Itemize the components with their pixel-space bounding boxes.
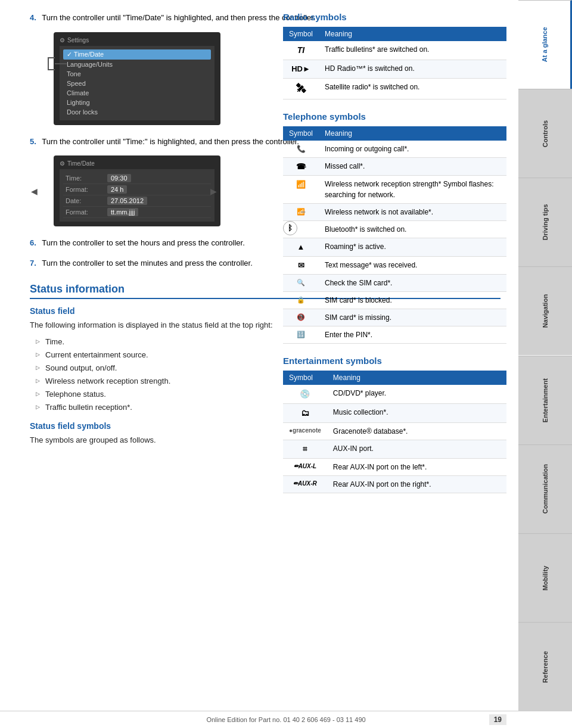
nav-arrow-right: ▶ [210, 186, 217, 196]
menu-lighting: Lighting [63, 98, 211, 107]
radio-sym-hd: HD► [283, 60, 319, 79]
entertainment-symbols-table: Symbol Meaning 💿 CD/DVD* player. 🗂 Music… [283, 371, 506, 493]
form-format2: Format: tt.mm.jjjj [63, 207, 211, 218]
tel-meaning-signal: Wireless network reception strength* Sym… [319, 176, 506, 204]
table-row: ●gracenote Gracenote® database*. [283, 423, 506, 440]
table-row: HD► HD Radio™* is switched on. [283, 60, 506, 79]
step-number-4: 4. [30, 13, 36, 22]
table-row: TI Traffic bulletins* are switched on. [283, 41, 506, 60]
radio-meaning-sat: Satellite radio* is switched on. [319, 78, 506, 99]
tel-sym-sim-missing: 📵 [283, 309, 319, 326]
radio-sym-ti: TI [283, 41, 319, 60]
tel-sym-sim-check: 🔍 [283, 275, 319, 292]
tel-meaning-call: Incoming or outgoing call*. [319, 141, 506, 158]
step-number-7: 7. [30, 259, 36, 267]
tel-meaning-nosignal: Wireless network is not available*. [319, 204, 506, 221]
sidebar-tab-reference[interactable]: Reference [518, 622, 572, 711]
telephone-symbols-table: Symbol Meaning 📞 Incoming or outgoing ca… [283, 126, 506, 344]
ent-sym-aux-l: ✏AUX-L [283, 458, 327, 475]
sidebar-tab-controls[interactable]: Controls [518, 89, 572, 178]
ent-meaning-aux-l: Rear AUX-IN port on the left*. [327, 458, 506, 475]
screen2-header: ⚙ Time/Date [60, 160, 214, 167]
entertainment-symbols-title: Entertainment symbols [283, 356, 506, 366]
table-row: ▲ Roaming* is active. [283, 238, 506, 257]
radio-sym-sat: 🛰 [283, 78, 319, 99]
tel-meaning-pin: Enter the PIN*. [319, 326, 506, 344]
ent-meaning-dvd: CD/DVD* player. [327, 385, 506, 404]
radio-col-meaning: Meaning [319, 27, 506, 41]
ent-meaning-grace: Gracenote® database*. [327, 423, 506, 440]
table-row: ⌗ AUX-IN port. [283, 440, 506, 459]
tel-meaning-sim-missing: SIM card* is missing. [319, 309, 506, 326]
tel-sym-bt: ᛒ [283, 221, 297, 235]
tel-meaning-missed: Missed call*. [319, 157, 506, 176]
table-row: 📶 Wireless network reception strength* S… [283, 176, 506, 204]
step-number-6: 6. [30, 238, 36, 247]
nav-arrow-left: ◀ [31, 186, 38, 196]
ent-col-symbol: Symbol [283, 371, 327, 385]
screen1-header: ⚙ Settings [60, 37, 214, 43]
table-row: 🗂 Music collection*. [283, 404, 506, 423]
menu-time-date: ✓ Time/Date [63, 49, 211, 60]
screen1: ⚙ Settings ✓ Time/Date Language/Units To… [54, 32, 220, 125]
table-row: 🔒 SIM card* is blocked. [283, 292, 506, 309]
table-row: ✏AUX-R Rear AUX-IN port on the right*. [283, 475, 506, 493]
sidebar-tab-mobility[interactable]: Mobility [518, 533, 572, 622]
page-number: 19 [489, 714, 506, 725]
telephone-symbols-title: Telephone symbols [283, 111, 506, 122]
tel-meaning-bt: Bluetooth* is switched on. [319, 221, 506, 238]
tel-sym-pin: 🔢 [283, 326, 319, 344]
table-row: 📵 SIM card* is missing. [283, 309, 506, 326]
tel-sym-nosignal: 📶̶ [283, 204, 319, 221]
step-number-5: 5. [30, 137, 36, 146]
table-row: ✉ Text message* was received. [283, 256, 506, 275]
sidebar-tab-entertainment[interactable]: Entertainment [518, 356, 572, 444]
sidebar-tab-navigation[interactable]: Navigation [518, 266, 572, 355]
sidebar-tab-driving-tips[interactable]: Driving tips [518, 178, 572, 266]
radio-meaning-ti: Traffic bulletins* are switched on. [319, 41, 506, 60]
sidebar-tab-at-a-glance[interactable]: At a glance [518, 0, 572, 89]
tel-meaning-sim-check: Check the SIM card*. [319, 275, 506, 292]
tel-col-symbol: Symbol [283, 126, 319, 141]
table-row: 🔢 Enter the PIN*. [283, 326, 506, 344]
tel-sym-signal: 📶 [283, 176, 319, 204]
screen2-container: ⚙ Time/Date Time: 09:30 Format: 24 h Dat… [42, 155, 209, 226]
table-row: 🛰 Satellite radio* is switched on. [283, 78, 506, 99]
step-text-4: Turn the controller until "Time/Date" is… [42, 13, 315, 22]
ent-sym-aux: ⌗ [283, 440, 327, 459]
radio-col-symbol: Symbol [283, 27, 319, 41]
form-format1: Format: 24 h [63, 184, 211, 195]
table-row: 📞 Incoming or outgoing call*. [283, 141, 506, 158]
menu-tone: Tone [63, 69, 211, 79]
ent-meaning-aux: AUX-IN port. [327, 440, 506, 459]
tel-col-meaning: Meaning [319, 126, 506, 141]
tel-meaning-roam: Roaming* is active. [319, 238, 506, 257]
sidebar-tab-communication[interactable]: Communication [518, 444, 572, 533]
menu-speed: Speed [63, 79, 211, 88]
ent-sym-aux-r: ✏AUX-R [283, 475, 327, 493]
table-row: ☎̶ Missed call*. [283, 157, 506, 176]
table-row: 💿 CD/DVD* player. [283, 385, 506, 404]
bracket-annotation [48, 57, 55, 70]
step-text-6: Turn the controller to set the hours and… [42, 238, 245, 247]
menu-climate: Climate [63, 88, 211, 98]
menu-doorlocks: Door locks [63, 107, 211, 117]
radio-symbols-table: Symbol Meaning TI Traffic bulletins* are… [283, 27, 506, 99]
table-row: 🔍 Check the SIM card*. [283, 275, 506, 292]
ent-col-meaning: Meaning [327, 371, 506, 385]
step-text-7: Turn the controller to set the minutes a… [42, 259, 253, 267]
screen1-container: ⚙ Settings ✓ Time/Date Language/Units To… [42, 32, 197, 125]
screen2: ⚙ Time/Date Time: 09:30 Format: 24 h Dat… [54, 155, 220, 226]
ent-sym-music: 🗂 [283, 404, 327, 423]
tel-sym-missed: ☎̶ [283, 157, 319, 176]
right-tables-area: Radio symbols Symbol Meaning TI Traffic … [277, 0, 512, 517]
table-row: ᛒ Bluetooth* is switched on. [283, 221, 506, 238]
ent-meaning-aux-r: Rear AUX-IN port on the right*. [327, 475, 506, 493]
step-text-5: Turn the controller until "Time:" is hig… [42, 137, 299, 146]
tel-sym-call: 📞 [283, 141, 319, 158]
menu-language: Language/Units [63, 60, 211, 69]
tel-meaning-sim-block: SIM card* is blocked. [319, 292, 506, 309]
bracket-line [55, 63, 67, 64]
tel-sym-roam: ▲ [283, 238, 319, 257]
footer-text: Online Edition for Part no. 01 40 2 606 … [206, 716, 365, 723]
